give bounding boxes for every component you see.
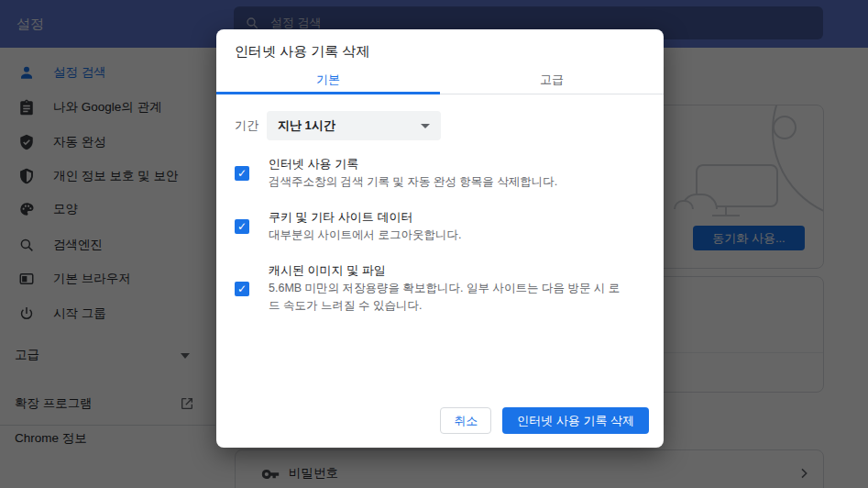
cookies-checkbox[interactable] [235, 219, 249, 234]
tab-advanced[interactable]: 고급 [440, 68, 664, 94]
dialog-body: 기간 지난 1시간 인터넷 사용 기록 검색주소창의 검색 기록 및 자동 완성… [216, 111, 664, 315]
cookies-row: 쿠키 및 기타 사이트 데이터 대부분의 사이트에서 로그아웃합니다. [235, 209, 645, 244]
checkbox-title: 쿠키 및 기타 사이트 데이터 [269, 209, 461, 225]
cached-images-row: 캐시된 이미지 및 파일 5.6MB 미만의 저장용량을 확보합니다. 일부 사… [235, 262, 645, 315]
time-range-value: 지난 1시간 [267, 111, 441, 140]
cancel-button[interactable]: 취소 [440, 407, 491, 434]
cached-images-checkbox[interactable] [235, 282, 249, 296]
browsing-history-row: 인터넷 사용 기록 검색주소창의 검색 기록 및 자동 완성 항목을 삭제합니다… [235, 156, 645, 191]
time-range-row: 기간 지난 1시간 [235, 111, 645, 140]
dialog-tabs: 기본 고급 [216, 68, 664, 94]
checkbox-description: 검색주소창의 검색 기록 및 자동 완성 항목을 삭제합니다. [269, 173, 557, 191]
checkbox-title: 인터넷 사용 기록 [269, 156, 557, 172]
tab-basic[interactable]: 기본 [216, 68, 440, 94]
time-range-select[interactable]: 지난 1시간 [267, 111, 441, 140]
dialog-title: 인터넷 사용 기록 삭제 [216, 29, 664, 68]
time-range-label: 기간 [235, 117, 258, 134]
clear-browsing-data-dialog: 인터넷 사용 기록 삭제 기본 고급 기간 지난 1시간 인터넷 사용 기록 검… [216, 29, 664, 448]
checkbox-description: 5.6MB 미만의 저장용량을 확보합니다. 일부 사이트는 다음 방문 시 로… [269, 280, 626, 315]
browsing-history-checkbox[interactable] [235, 166, 249, 181]
checkbox-title: 캐시된 이미지 및 파일 [269, 262, 626, 278]
clear-data-button[interactable]: 인터넷 사용 기록 삭제 [502, 407, 649, 434]
chrome-settings-page: 설정 설정 검색 설정 검색 나와 Google의 관계 자동 완성 [0, 0, 868, 488]
dialog-footer: 취소 인터넷 사용 기록 삭제 [440, 407, 649, 434]
select-caret-icon [421, 124, 430, 128]
checkbox-description: 대부분의 사이트에서 로그아웃합니다. [269, 227, 461, 244]
